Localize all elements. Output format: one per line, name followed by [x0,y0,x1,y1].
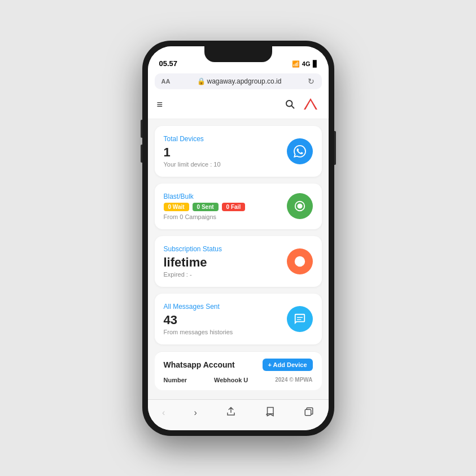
volume-down-button [141,145,142,163]
all-messages-card: All Messages Sent 43 From messages histo… [155,294,322,344]
subscription-icon [287,248,313,274]
subscription-card: Subscription Status lifetime Expired : - [155,236,322,287]
msg-label: All Messages Sent [164,303,287,311]
browser-nav: ‹ › [148,399,329,430]
number-col: Number [164,377,187,383]
messages-icon [287,306,313,332]
badge-row: 0 Wait 0 Sent 0 Fail [164,203,287,211]
copyright: 2024 © MPWA [275,377,312,383]
phone-frame: 05.57 📶 4G ▊ AA 🔒 wagaway.apdgroup.co.id… [142,41,334,436]
volume-up-button [141,120,142,138]
svg-rect-8 [305,409,311,416]
devices-icon [287,138,313,164]
address-bar[interactable]: AA 🔒 wagaway.apdgroup.co.id ↻ [155,73,322,89]
header-icons [285,96,320,114]
blast-label: Blast/Bulk [164,193,287,200]
whatsapp-header: Whatsapp Account + Add Device [164,359,313,371]
refresh-button[interactable]: ↻ [308,77,315,86]
webhook-col: Webhook U [214,377,248,383]
whatsapp-section: Whatsapp Account + Add Device Number Web… [155,351,322,390]
fail-badge: 0 Fail [222,203,246,211]
status-icons: 📶 4G ▊ [292,60,317,68]
total-devices-card: Total Devices 1 Your limit device : 10 [155,126,322,177]
sub-expired: Expired : - [164,271,287,278]
app-header: ≡ [148,91,329,119]
svg-line-1 [291,106,294,108]
sent-badge: 0 Sent [193,203,219,211]
hamburger-menu[interactable]: ≡ [157,99,163,111]
search-icon[interactable] [285,99,295,111]
add-device-button[interactable]: + Add Device [263,359,313,371]
whatsapp-title: Whatsapp Account [164,360,235,369]
phone-notch [204,46,272,62]
blast-icon [287,193,313,219]
sub-label: Subscription Status [164,245,287,253]
sub-value: lifetime [164,255,287,270]
forward-button[interactable]: › [189,405,201,420]
network-type: 4G [302,60,311,67]
svg-point-7 [300,260,302,261]
main-content: Total Devices 1 Your limit device : 10 B… [148,119,329,399]
power-button [334,131,336,165]
svg-point-5 [294,256,304,266]
wait-badge: 0 Wait [164,203,189,211]
table-header: Number Webhook U 2024 © MPWA [164,377,313,386]
status-time: 05.57 [159,59,178,68]
card-value: 1 [164,145,287,160]
card-sub: Your limit device : 10 [164,161,287,168]
card-left: Subscription Status lifetime Expired : - [164,245,287,278]
share-button[interactable] [221,404,241,421]
card-label: Total Devices [164,135,287,143]
card-left: All Messages Sent 43 From messages histo… [164,303,287,335]
bookmarks-button[interactable] [260,404,280,421]
aa-label: AA [161,78,171,85]
phone-screen: 05.57 📶 4G ▊ AA 🔒 wagaway.apdgroup.co.id… [148,46,329,430]
msg-sub: From messages histories [164,329,287,335]
msg-value: 43 [164,313,287,327]
battery-icon: ▊ [313,60,317,68]
brand-logo [302,96,320,114]
card-left: Total Devices 1 Your limit device : 10 [164,135,287,168]
tabs-button[interactable] [299,404,318,421]
card-left: Blast/Bulk 0 Wait 0 Sent 0 Fail From 0 C… [164,193,287,220]
blast-bulk-card: Blast/Bulk 0 Wait 0 Sent 0 Fail From 0 C… [155,184,322,229]
svg-point-6 [298,260,299,261]
url-display: 🔒 wagaway.apdgroup.co.id [197,77,282,85]
lock-icon: 🔒 [197,77,206,85]
signal-icon: 📶 [292,60,300,68]
back-button[interactable]: ‹ [158,405,169,420]
blast-sub: From 0 Campaigns [164,213,287,220]
